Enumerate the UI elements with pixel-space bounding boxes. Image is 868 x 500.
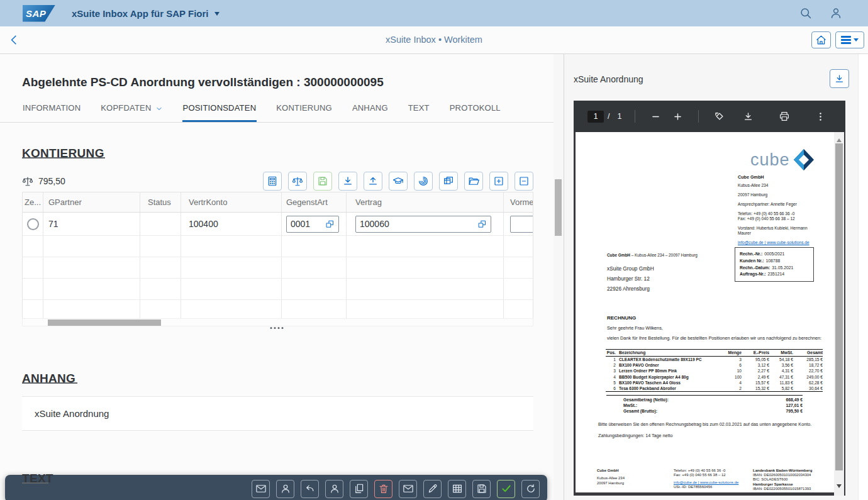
tab-information[interactable]: INFORMATION — [22, 99, 81, 122]
remove-row-button[interactable] — [515, 172, 533, 191]
shell-header: SAP xSuite Inbox App für SAP Fiori — [0, 0, 868, 26]
app-title: xSuite Inbox App für SAP Fiori — [72, 8, 209, 19]
table-row-empty — [23, 257, 533, 279]
intro-line: vielen Dank für Ihre Bestellung. Für die… — [607, 335, 821, 341]
download-button[interactable] — [338, 172, 357, 191]
zoom-in-button[interactable] — [672, 111, 683, 122]
grid-button[interactable] — [448, 480, 466, 498]
page-title: Abgelehnte PS-CD Anordnung vervollständi… — [22, 75, 384, 89]
scrollbar-thumb[interactable] — [835, 143, 843, 470]
tab-kontierung[interactable]: KONTIERUNG — [275, 99, 333, 122]
vertrag-input[interactable]: 100060 — [355, 216, 491, 233]
undo-button[interactable] — [301, 480, 319, 498]
kontierung-table: Ze... GPartner Status VertrKonto Gegenst… — [22, 192, 533, 322]
print-button[interactable] — [779, 111, 790, 122]
vertical-scrollbar[interactable] — [554, 54, 564, 500]
balance-icon — [292, 175, 303, 187]
row-select-radio[interactable] — [27, 218, 39, 230]
save-button[interactable] — [313, 172, 332, 191]
vormerk-input[interactable] — [510, 216, 533, 233]
save-icon — [476, 483, 487, 494]
zoom-out-button[interactable] — [650, 111, 661, 122]
tab-positionsdaten[interactable]: POSITIONSDATEN — [182, 99, 257, 122]
mail-button-2[interactable] — [399, 480, 417, 498]
undo-icon — [304, 483, 316, 494]
vendor-address-block: Cube GmbH Kubus-Allee 234 20097 Hamburg … — [738, 175, 821, 245]
item-row: 2BX100 PAVO Ordner63,12 €3,56 €18,72 € — [606, 362, 823, 368]
salutation: Sehr geehrte Frau Wilkens, — [607, 325, 663, 331]
menu-button[interactable] — [835, 31, 864, 48]
chevron-down-icon — [854, 38, 859, 44]
education-icon — [392, 175, 404, 187]
accept-button[interactable] — [497, 480, 515, 498]
scroll-down-icon[interactable] — [837, 484, 842, 491]
user-icon — [329, 483, 340, 494]
rotate-icon — [714, 111, 725, 122]
pdf-scrollbar[interactable] — [834, 132, 844, 496]
gegenstart-input[interactable]: 0001 — [286, 216, 339, 233]
add-row-icon — [493, 175, 504, 187]
splitter-grip[interactable] — [270, 327, 284, 329]
save-button[interactable] — [472, 480, 491, 498]
more-options-button[interactable] — [815, 111, 826, 122]
rotate-button[interactable] — [714, 111, 725, 122]
tab-kopfdaten[interactable]: KOPFDATEN — [100, 99, 163, 122]
download-attachment-button[interactable] — [830, 69, 849, 88]
value-help-icon[interactable] — [477, 219, 487, 229]
edit-button[interactable] — [423, 480, 442, 498]
download-icon — [834, 74, 845, 84]
mail-icon — [255, 483, 267, 494]
refresh-button[interactable] — [521, 480, 540, 498]
copy-button[interactable] — [350, 480, 368, 498]
attachment-name: xSuite Anordnung — [35, 408, 109, 419]
spiral-button[interactable] — [414, 172, 433, 191]
upload-button[interactable] — [364, 172, 382, 191]
scrollbar-thumb[interactable] — [48, 319, 161, 326]
add-row-button[interactable] — [489, 172, 508, 191]
item-row: 4BB500 Budget Kopierpapier A4 80g1002,49… — [606, 374, 823, 380]
horizontal-scrollbar[interactable] — [22, 318, 533, 326]
app-title-menu[interactable]: xSuite Inbox App für SAP Fiori — [72, 8, 220, 19]
section-underline — [22, 382, 77, 384]
delete-button[interactable] — [374, 480, 392, 498]
item-row: 6Tesa 6300 Packband Abroller215,32 €5,82… — [606, 386, 823, 392]
cell-vertrkonto: 100400 — [181, 213, 282, 235]
column-header: GegenstArt — [282, 192, 347, 212]
scroll-up-icon[interactable] — [837, 136, 842, 142]
calculator-button[interactable] — [263, 172, 282, 191]
tab-anhang[interactable]: ANHANG — [352, 99, 389, 122]
scrollbar-thumb[interactable] — [555, 179, 562, 236]
value-help-icon[interactable] — [325, 219, 335, 229]
home-button[interactable] — [811, 31, 831, 48]
breadcrumb: xSuite Inbox • Workitem — [0, 35, 868, 45]
balance-button[interactable] — [288, 172, 307, 191]
forward-user-button[interactable] — [276, 480, 294, 498]
item-row: 5BX100 PAVO Taschen A4 Gloss415,57 €11,8… — [606, 380, 823, 386]
balance-icon — [22, 175, 33, 187]
kebab-icon — [815, 111, 826, 122]
item-row: 1CLEARTEX Bodenschutzmatte 89X119 PC395,… — [606, 357, 823, 362]
attachment-item[interactable]: xSuite Anordnung — [22, 396, 533, 431]
tab-protokoll[interactable]: PROTOKOLL — [449, 99, 501, 122]
column-header: Status — [140, 192, 181, 212]
open-folder-button[interactable] — [464, 172, 483, 191]
search-icon[interactable] — [799, 7, 813, 20]
invoice-title: RECHNUNG — [607, 315, 636, 321]
cell-gpartner: 71 — [43, 213, 140, 235]
mail-button[interactable] — [252, 480, 270, 498]
tab-text[interactable]: TEXT — [408, 99, 430, 122]
assign-user-button[interactable] — [325, 480, 343, 498]
pdf-download-button[interactable] — [743, 111, 754, 122]
copy-table-button[interactable] — [439, 172, 458, 191]
payment-note: Bitte überweisen Sie den offenen Rechnun… — [598, 421, 811, 427]
user-icon — [280, 483, 291, 494]
education-button[interactable] — [389, 172, 408, 191]
payment-terms: Zahlungsbedingungen: 14 Tage netto — [598, 433, 673, 438]
pdf-viewer: 1 / 1 cube — [574, 101, 845, 496]
amount-total: 795,50 — [38, 176, 65, 186]
item-row: 3Lerzen Ordner PP 80mm Pink102,27 €4,31 … — [606, 368, 823, 374]
download-icon — [342, 175, 353, 187]
user-icon[interactable] — [829, 6, 843, 20]
sender-line: Cube GmbH – Kubus-Allee 234 – 20097 Hamb… — [607, 253, 698, 257]
page-number-input[interactable]: 1 — [587, 111, 604, 123]
